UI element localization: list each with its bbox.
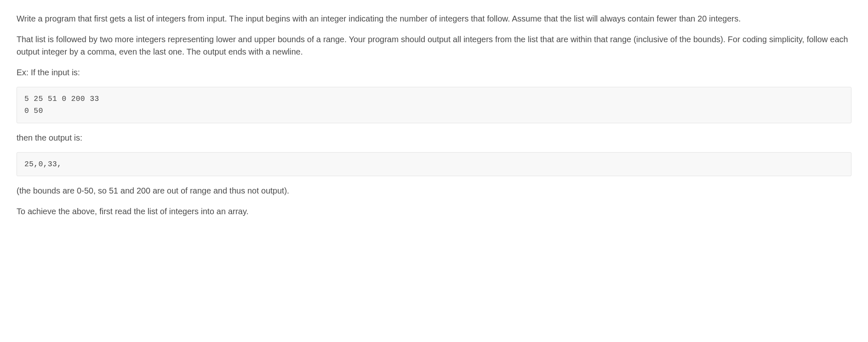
instruction-text: To achieve the above, first read the lis… — [17, 205, 851, 218]
input-code-block: 5 25 51 0 200 33 0 50 — [17, 87, 851, 123]
problem-description-2: That list is followed by two more intege… — [17, 33, 851, 58]
then-output-label: then the output is: — [17, 132, 851, 144]
output-code-block: 25,0,33, — [17, 152, 851, 177]
example-label: Ex: If the input is: — [17, 66, 851, 79]
problem-description-1: Write a program that first gets a list o… — [17, 12, 851, 25]
explanation-text: (the bounds are 0-50, so 51 and 200 are … — [17, 184, 851, 197]
